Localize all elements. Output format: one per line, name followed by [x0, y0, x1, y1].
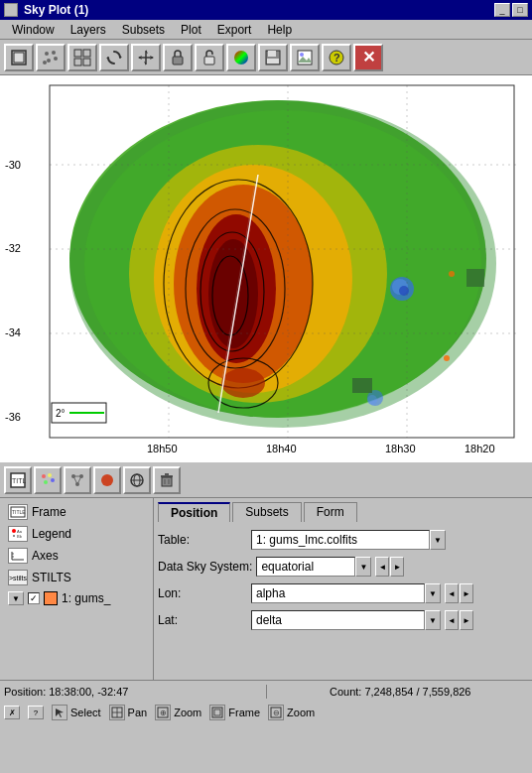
menu-export[interactable]: Export	[209, 21, 260, 39]
svg-text:2°: 2°	[56, 408, 66, 419]
table-value: 1: gums_lmc.colfits	[256, 533, 357, 547]
table-label: Table:	[158, 533, 247, 547]
bottom-toolbar: ✗ ? Select Pan	[0, 702, 532, 723]
svg-text:Bb: Bb	[17, 534, 23, 539]
sky-canvas: -30 -32 -34 -36 18h50 18h40 18h30 18h20 …	[0, 75, 532, 462]
sky-system-prev[interactable]: ◄	[375, 557, 389, 577]
layer-link-btn[interactable]	[64, 466, 91, 494]
zoom-in-icon: ⊕	[155, 705, 171, 720]
lat-label: Lat:	[158, 613, 247, 627]
lon-row: Lon: alpha ▼ ◄ ►	[158, 583, 528, 603]
table-select[interactable]: 1: gums_lmc.colfits	[251, 530, 430, 550]
svg-rect-112	[212, 708, 222, 717]
question-btn[interactable]: ?	[28, 706, 44, 719]
layer-scatter-btn[interactable]	[34, 466, 62, 494]
frame-btn[interactable]	[4, 44, 34, 71]
refresh-btn[interactable]	[99, 44, 129, 71]
layer-expand-btn[interactable]: ▼	[8, 591, 24, 605]
layer-item-stilts[interactable]: >stilts STILTS	[4, 568, 149, 587]
frame-tool-icon	[209, 705, 225, 720]
svg-point-62	[444, 355, 450, 361]
lon-next[interactable]: ►	[460, 583, 473, 603]
menu-layers[interactable]: Layers	[63, 21, 114, 39]
save-btn[interactable]	[258, 44, 288, 71]
layer-sky-btn[interactable]	[123, 466, 151, 494]
layer-item-gums[interactable]: ▼ ✓ 1: gums_	[4, 589, 149, 607]
svg-rect-23	[268, 51, 276, 57]
svg-point-4	[47, 59, 51, 63]
lat-row: Lat: delta ▼ ◄ ►	[158, 610, 528, 630]
move-btn[interactable]	[131, 44, 161, 71]
zoom-out-tool-item[interactable]: ⊖ Zoom	[268, 705, 315, 720]
close-main-btn[interactable]: ✕	[353, 44, 383, 71]
svg-rect-8	[83, 50, 90, 57]
svg-line-87	[77, 476, 81, 484]
tab-form[interactable]: Form	[304, 502, 357, 522]
sky-system-dropdown-arrow[interactable]: ▼	[355, 557, 371, 577]
x-btn[interactable]: ✗	[4, 706, 20, 719]
minimize-btn[interactable]: _	[494, 3, 510, 17]
lat-prev[interactable]: ◄	[445, 610, 459, 630]
axes-label: Axes	[32, 549, 59, 563]
svg-point-78	[42, 474, 46, 478]
lon-prev[interactable]: ◄	[445, 583, 459, 603]
window-icon	[4, 3, 18, 17]
window-title: Sky Plot (1)	[24, 3, 492, 17]
frame-tool-item[interactable]: Frame	[209, 705, 260, 720]
menu-help[interactable]: Help	[259, 21, 300, 39]
lat-dropdown-arrow[interactable]: ▼	[425, 610, 441, 630]
layer-frame-btn[interactable]: TITLE	[4, 466, 32, 494]
layer-delete-btn[interactable]	[153, 466, 181, 494]
table-dropdown-arrow[interactable]: ▼	[430, 530, 446, 550]
menu-window[interactable]: Window	[4, 21, 63, 39]
stilts-icon: >stilts	[8, 570, 28, 585]
zoom-in-tool-item[interactable]: ⊕ Zoom	[155, 705, 201, 720]
tab-subsets[interactable]: Subsets	[232, 502, 301, 522]
color-btn[interactable]	[226, 44, 256, 71]
scatter-btn[interactable]	[36, 44, 66, 71]
svg-text:-32: -32	[5, 242, 21, 254]
svg-point-6	[43, 61, 47, 64]
zoom-out-label: Zoom	[287, 707, 315, 718]
layer-gums-label: 1: gums_	[62, 591, 110, 605]
sky-system-next[interactable]: ►	[390, 557, 404, 577]
table-row: Table: 1: gums_lmc.colfits ▼	[158, 530, 528, 550]
layer-toolbar: TITLE	[0, 462, 532, 498]
zoom-out-icon: ⊖	[268, 705, 284, 720]
svg-rect-61	[466, 269, 484, 287]
tab-position[interactable]: Position	[158, 502, 230, 522]
layer-item-frame[interactable]: TITLE Frame	[4, 502, 149, 522]
sky-system-row: Data Sky System: equatorial ▼ ◄ ►	[158, 557, 528, 577]
layer-item-axes[interactable]: Axes	[4, 546, 149, 566]
svg-text:TITLE: TITLE	[12, 509, 26, 515]
svg-point-101	[13, 535, 15, 537]
lon-dropdown-arrow[interactable]: ▼	[425, 583, 441, 603]
unlock-btn[interactable]	[195, 44, 224, 71]
svg-point-5	[54, 57, 58, 61]
sky-plot-area[interactable]: -30 -32 -34 -36 18h50 18h40 18h30 18h20 …	[0, 75, 532, 462]
position-status: Position: 18:38:00, -32:47	[4, 686, 260, 698]
svg-point-88	[101, 474, 113, 486]
layer-visible-check[interactable]: ✓	[28, 592, 40, 604]
lock-btn[interactable]	[163, 44, 193, 71]
export-img-btn[interactable]	[290, 44, 320, 71]
menu-subsets[interactable]: Subsets	[114, 21, 173, 39]
layer-item-legend[interactable]: Aa Bb Legend	[4, 524, 149, 544]
help-btn[interactable]: ?	[322, 44, 351, 71]
svg-text:TITLE: TITLE	[12, 477, 26, 484]
lat-next[interactable]: ►	[460, 610, 473, 630]
layer-list: TITLE Frame Aa Bb Legend	[0, 498, 154, 680]
table-select-wrapper: 1: gums_lmc.colfits ▼	[251, 530, 446, 550]
pan-tool-item[interactable]: Pan	[109, 705, 148, 720]
svg-rect-10	[83, 59, 90, 65]
svg-rect-1	[14, 53, 24, 63]
menu-plot[interactable]: Plot	[173, 21, 209, 39]
sky-system-select[interactable]: equatorial	[256, 557, 355, 577]
svg-text:-30: -30	[5, 159, 21, 171]
maximize-btn[interactable]: □	[512, 3, 528, 17]
select-tool-item[interactable]: Select	[52, 705, 101, 720]
layer-color-fill-btn[interactable]	[93, 466, 121, 494]
grid-btn[interactable]	[67, 44, 97, 71]
lon-select[interactable]: alpha	[251, 583, 425, 603]
lat-select[interactable]: delta	[251, 610, 425, 630]
